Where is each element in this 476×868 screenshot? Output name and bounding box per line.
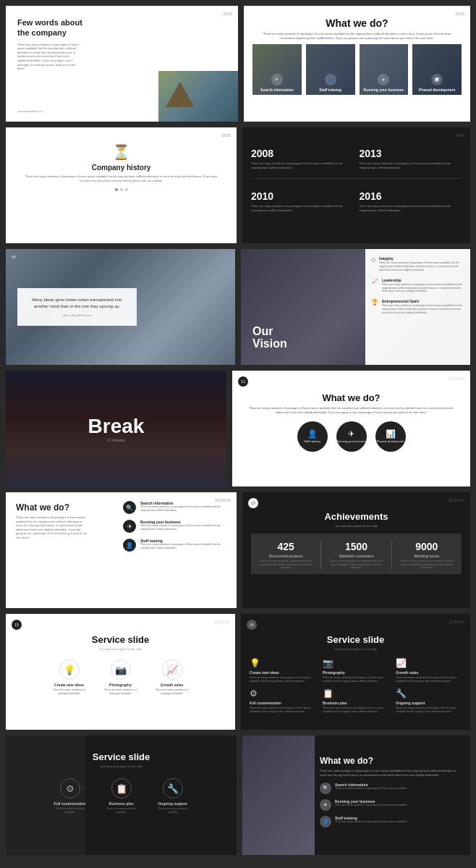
grid-item-business: 📋 Business plan There are many variation…: [323, 688, 388, 713]
list-text: There are many variations of passages of…: [140, 524, 228, 531]
value-title: Integrity: [379, 256, 464, 261]
slide-body: There are many variations of passages of…: [252, 32, 462, 40]
year-text: There are many variations of passages of…: [251, 204, 354, 212]
list-icon-circle: ✈: [123, 520, 136, 533]
dot-2: [120, 188, 123, 191]
circle-label: Phased development: [377, 440, 404, 444]
stat-number: 1500: [326, 541, 386, 552]
slide-title: Company history: [92, 164, 151, 172]
service-item-custom: ⚙ Full customization There are many vari…: [50, 778, 90, 814]
year-text: There are many variations of passages of…: [251, 161, 354, 169]
icon-circle: 📈: [162, 660, 182, 680]
icon-desc: There are many variations of passages av…: [152, 688, 192, 695]
search-icon: 🔍: [323, 785, 329, 791]
slide-badge: 11: [238, 376, 248, 387]
grid-item-growth: 📈 Growth sales There are many variations…: [396, 658, 462, 683]
value-leadership: 📈 Leadership There are many variations o…: [371, 278, 464, 294]
grid-text: There are many variations of passages of…: [396, 707, 462, 713]
slide-badge: 16: [247, 620, 257, 630]
right-content: What we do? There are many variations of…: [311, 736, 470, 855]
ideas-icon: 💡: [250, 658, 315, 668]
grid-title: Growth sales: [396, 670, 462, 675]
circle-label: Running your business: [336, 440, 366, 444]
business-icon: ✈: [127, 523, 132, 530]
service-icon-business: ✈ Running your business: [360, 44, 409, 95]
year-text: There are many variations of passages of…: [360, 204, 462, 212]
value-title: Leadership: [382, 278, 464, 282]
grid-text: There are many variations of passages of…: [250, 676, 315, 683]
stat-desc: There are many variations of passages of…: [326, 560, 386, 570]
icon-circle: ⚙: [60, 778, 80, 799]
list-content: Running your business There are many var…: [140, 520, 228, 531]
slide-number: SLIDE/16: [214, 620, 229, 624]
service-icons-row: 🔍 Search information 👤 Staff training ✈ …: [252, 44, 462, 95]
grid-title: Create new ideas: [250, 670, 315, 675]
grid-text: There are many variations of passages of…: [323, 707, 388, 713]
slide-what-we-do-dark: What we do? There are many variations of…: [242, 736, 470, 855]
quote-author: Oliver Wendell Holmes: [27, 313, 127, 317]
list-item: 🔍 Search information There are many vari…: [320, 783, 462, 794]
icon-label: Create new ideas: [54, 683, 84, 687]
slide-our-vision: OurVision ◇ Integrity There are many var…: [241, 249, 470, 365]
slide-badge: 13: [248, 498, 258, 508]
slide-title: What we do?: [16, 502, 74, 513]
quote-text: Many ideas grow better when transplanted…: [27, 297, 127, 310]
slide-title: What we do?: [320, 756, 462, 766]
icon-label: Full customization: [54, 801, 86, 806]
background-image: [242, 736, 315, 855]
row-4: Break 11 minutes 11 SLIDE/16 What we do?…: [6, 371, 470, 486]
grid-item-custom: ⚙ Full customization There are many vari…: [250, 688, 315, 713]
support-icon: 🔧: [167, 783, 179, 794]
icon-label: Growth sales: [161, 683, 183, 687]
hourglass-icon: ⏳: [112, 143, 130, 161]
slide-number: SLIDE/16: [449, 620, 464, 624]
year-label: 2013: [360, 148, 462, 159]
icon-label: Photography: [109, 683, 132, 687]
slide-few-words: 01/25 Few words about the company There …: [6, 6, 238, 122]
service-item-support: 🔧 Ongoing support There are many variati…: [153, 778, 192, 814]
slide-title: What we do?: [252, 17, 462, 29]
slide-badge: 15: [12, 620, 22, 630]
business-icon: ✈: [348, 429, 354, 439]
timeline-row-1: 2008 There are many variations of passag…: [251, 148, 462, 169]
slide-subtitle: Your data description for the slide: [14, 647, 226, 651]
staff-icon: 👤: [307, 429, 318, 439]
photo-icon: 📷: [115, 665, 127, 675]
list-content: Search information There are many variat…: [140, 501, 228, 513]
list-icon-circle: ✈: [320, 799, 331, 811]
growth-icon: 📈: [166, 665, 178, 675]
slide-body: There are many variations of passages of…: [16, 174, 226, 182]
pagination-dots: [115, 188, 128, 191]
slide-title: What we do?: [241, 392, 462, 403]
service-icons-row: 💡 Create new ideas There are many variat…: [14, 660, 226, 695]
slide-quote: 05 Many ideas grow better when transplan…: [6, 249, 235, 365]
stat-separator: [320, 541, 321, 570]
stats-row: 425 Successful projects There are many v…: [251, 534, 462, 574]
list-item: 👤 Staff training There are many variatio…: [320, 816, 462, 827]
search-icon: 🔍: [126, 505, 133, 511]
value-text: There are many variations of passages of…: [379, 261, 464, 272]
custom-icon: ⚙: [66, 783, 75, 794]
year-label: 2008: [251, 148, 354, 159]
slide-title: Service slide: [14, 634, 226, 645]
stat-desc: There are many variations of passages of…: [255, 560, 316, 570]
slide-title: Service slide: [16, 751, 226, 762]
integrity-icon: ◇: [371, 256, 375, 263]
stat-number: 9000: [396, 541, 457, 552]
services-list: 🔍 Search information There are many vari…: [320, 783, 462, 827]
list-icon-circle: 🔍: [123, 501, 136, 514]
circle-phased: 📊 Phased development: [375, 421, 406, 452]
slide-body: There are many variations of passages of…: [241, 406, 462, 414]
list-text: There are many variations of passages of…: [335, 787, 407, 791]
list-icon-circle: 👤: [320, 816, 331, 827]
custom-icon: ⚙: [250, 688, 315, 699]
row-3: 05 Many ideas grow better when transplan…: [6, 249, 470, 365]
stat-label: Working hours: [396, 554, 457, 558]
timeline-item-2016: 2016 There are many variations of passag…: [360, 190, 462, 212]
timeline-separator: [251, 178, 462, 179]
service-item-growth: 📈 Growth sales There are many variations…: [152, 660, 192, 695]
icon-circle: 📷: [111, 660, 131, 680]
icon-desc: There are many variations of passages av…: [101, 688, 140, 695]
list-icon-circle: 🔍: [320, 783, 331, 794]
year-label: 2010: [251, 190, 354, 202]
